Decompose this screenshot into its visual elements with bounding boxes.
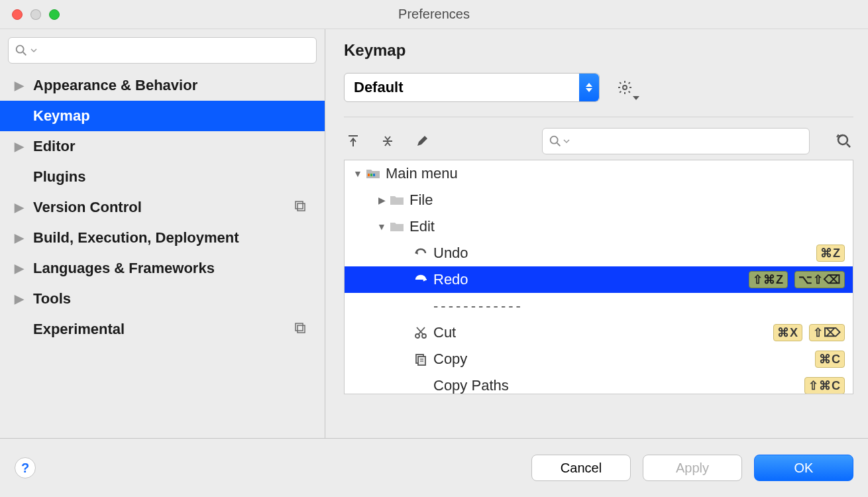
shortcut-badge: ⇧⌦ (809, 324, 845, 341)
svg-line-13 (847, 144, 850, 147)
tree-row[interactable]: ▶File (345, 187, 853, 213)
tree-row[interactable]: Undo⌘Z (345, 240, 853, 266)
tree-row[interactable]: Redo⇧⌘Z⌥⇧⌫ (345, 266, 853, 293)
svg-point-10 (551, 137, 558, 144)
action-search-input[interactable] (570, 135, 804, 148)
tree-row-label: Cut (433, 324, 773, 341)
expand-arrow-icon: ▼ (351, 168, 364, 179)
sidebar-item-version-control[interactable]: ▶Version Control (0, 192, 325, 223)
main-panel: Keymap Default (325, 29, 868, 438)
sidebar-search-input[interactable] (39, 44, 311, 58)
sidebar-item-languages-frameworks[interactable]: ▶Languages & Frameworks (0, 253, 325, 284)
keymap-select-value: Default (354, 79, 404, 96)
expand-arrow-icon: ▶ (12, 78, 27, 93)
shortcut-list: ⇧⌘Z⌥⇧⌫ (749, 271, 845, 288)
help-button[interactable]: ? (15, 457, 36, 478)
tree-row-label: Undo (433, 245, 816, 262)
expand-arrow-icon: ▶ (12, 261, 27, 276)
shortcut-badge: ⌘X (773, 324, 802, 341)
tree-row[interactable]: ------------ (345, 293, 853, 319)
collapse-all-button[interactable] (378, 132, 397, 150)
pencil-icon (415, 134, 429, 148)
svg-rect-15 (370, 174, 372, 176)
find-by-shortcut-button[interactable] (835, 132, 853, 150)
copy-icon (412, 353, 429, 366)
action-tree[interactable]: ▼Main menu▶File▼EditUndo⌘ZRedo⇧⌘Z⌥⇧⌫----… (344, 160, 853, 394)
sidebar-item-label: Appearance & Behavior (33, 77, 197, 94)
shortcut-badge: ⇧⌘Z (749, 271, 788, 288)
shortcut-badge: ⇧⌘C (804, 377, 845, 394)
panel-title: Keymap (344, 41, 853, 60)
chevron-down-icon (30, 46, 38, 54)
titlebar: Preferences (0, 0, 868, 29)
sidebar-item-label: Tools (33, 290, 71, 307)
tree-row[interactable]: Copy⌘C (345, 346, 853, 372)
svg-line-1 (23, 52, 27, 56)
tree-row-label: Copy (433, 351, 815, 368)
tree-row[interactable]: ▼Main menu (345, 160, 853, 187)
cut-icon (412, 326, 429, 339)
expand-arrow-icon: ▶ (12, 200, 27, 215)
sidebar-nav: ▶Appearance & Behavior▶Keymap▶Editor▶Plu… (0, 70, 325, 345)
sidebar-item-tools[interactable]: ▶Tools (0, 284, 325, 314)
expand-arrow-icon: ▶ (375, 195, 388, 205)
scheme-icon (294, 200, 306, 215)
search-icon (14, 43, 28, 58)
sidebar-item-keymap[interactable]: ▶Keymap (0, 101, 325, 131)
apply-button[interactable]: Apply (643, 455, 742, 481)
sidebar-item-label: Languages & Frameworks (33, 260, 215, 277)
gear-icon (617, 80, 633, 95)
undo-icon (412, 247, 429, 259)
scheme-icon (294, 322, 306, 337)
tree-row-label: File (409, 192, 845, 209)
redo-icon (412, 274, 429, 286)
shortcut-badge: ⌥⇧⌫ (794, 271, 845, 288)
tree-row[interactable]: ▼Edit (345, 213, 853, 240)
svg-rect-16 (373, 174, 375, 176)
ok-button[interactable]: OK (754, 455, 853, 481)
sidebar-item-label: Build, Execution, Deployment (33, 229, 239, 247)
sidebar-search[interactable] (8, 37, 317, 64)
preferences-sidebar: ▶Appearance & Behavior▶Keymap▶Editor▶Plu… (0, 29, 325, 438)
svg-rect-14 (368, 174, 370, 176)
expand-arrow-icon: ▶ (12, 292, 27, 306)
shortcut-badge: ⌘C (815, 351, 845, 368)
tree-row-label: Redo (433, 271, 749, 288)
find-shortcut-icon (836, 133, 853, 150)
sidebar-item-appearance-behavior[interactable]: ▶Appearance & Behavior (0, 70, 325, 101)
action-search[interactable] (542, 128, 810, 154)
sidebar-item-build-execution-deployment[interactable]: ▶Build, Execution, Deployment (0, 223, 325, 253)
expand-all-icon (346, 134, 360, 148)
separator (344, 117, 853, 117)
sidebar-item-experimental[interactable]: ▶Experimental (0, 314, 325, 345)
expand-all-button[interactable] (344, 132, 362, 150)
keymap-actions-button[interactable] (614, 77, 635, 98)
expand-arrow-icon: ▶ (12, 231, 27, 245)
sidebar-item-editor[interactable]: ▶Editor (0, 131, 325, 162)
shortcut-list: ⌘X⇧⌦ (773, 324, 845, 341)
svg-rect-3 (298, 203, 305, 211)
tree-row[interactable]: Cut⌘X⇧⌦ (345, 319, 853, 346)
sidebar-item-label: Editor (33, 138, 76, 155)
chevron-down-icon (563, 137, 570, 145)
sidebar-item-label: Plugins (33, 168, 85, 186)
main-menu-folder-icon (364, 168, 382, 180)
expand-arrow-icon: ▶ (12, 139, 27, 154)
tree-row[interactable]: Copy Paths⇧⌘C (345, 372, 853, 394)
svg-point-6 (623, 85, 627, 89)
shortcut-list: ⇧⌘C (804, 377, 845, 394)
search-icon (548, 134, 563, 148)
sidebar-item-plugins[interactable]: ▶Plugins (0, 162, 325, 192)
svg-rect-2 (296, 201, 303, 209)
sidebar-item-label: Version Control (33, 199, 142, 216)
keymap-select[interactable]: Default (344, 73, 600, 102)
cancel-button[interactable]: Cancel (531, 455, 631, 481)
sidebar-item-label: Experimental (33, 321, 125, 338)
folder-icon (388, 221, 406, 233)
collapse-all-icon (380, 134, 395, 148)
shortcut-list: ⌘Z (816, 245, 845, 262)
edit-shortcut-button[interactable] (413, 132, 431, 150)
shortcut-list: ⌘C (815, 351, 845, 368)
svg-line-11 (557, 143, 561, 146)
tree-row-label: ------------ (433, 298, 845, 315)
